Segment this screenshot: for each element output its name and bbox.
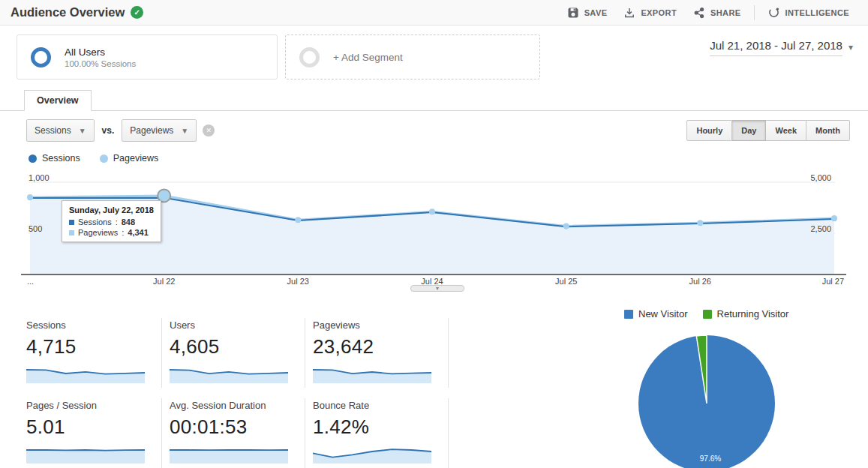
- share-icon: [693, 7, 705, 19]
- pie-legend-item-new-visitor: New Visitor: [624, 308, 688, 320]
- save-icon: [567, 7, 579, 19]
- action-button-intelligence[interactable]: INTELLIGENCE: [759, 3, 857, 22]
- metric-sparkline: [26, 444, 145, 464]
- granularity-button-hourly[interactable]: Hourly: [686, 120, 732, 141]
- date-range-text: Jul 21, 2018 - Jul 27, 2018: [710, 39, 842, 56]
- right-axis-tick-2500: 2,500: [806, 224, 831, 233]
- granularity-button-day[interactable]: Day: [732, 120, 766, 141]
- chart-drawer-handle[interactable]: ▼: [410, 285, 464, 292]
- metric-value: 1.42%: [313, 416, 436, 439]
- tooltip-date: Sunday, July 22, 2018: [69, 206, 154, 214]
- granularity-button-week[interactable]: Week: [766, 120, 806, 141]
- action-button-share[interactable]: SHARE: [685, 4, 749, 22]
- tab-divider: [0, 110, 868, 111]
- intelligence-icon: [767, 6, 780, 19]
- pageviews-data-point[interactable]: [563, 223, 569, 229]
- tooltip-sessions-label: Sessions: [78, 218, 112, 226]
- legend-dot: [100, 154, 108, 163]
- x-axis-label: ...: [27, 277, 34, 286]
- pageviews-data-point[interactable]: [27, 194, 33, 200]
- metrics-grid: Sessions4,715Users4,605Pageviews23,642Pa…: [19, 318, 449, 468]
- metric-label: Sessions: [26, 320, 149, 331]
- pageviews-data-point[interactable]: [429, 208, 435, 214]
- legend-swatch: [624, 310, 633, 319]
- add-segment-label: + Add Segment: [333, 52, 403, 63]
- metric-value: 4,715: [26, 335, 149, 358]
- audience-overview-page: Audience Overview ✓ SAVEEXPORTSHAREINTEL…: [0, 0, 868, 468]
- action-button-export[interactable]: EXPORT: [615, 4, 685, 22]
- action-label: SAVE: [584, 8, 608, 17]
- pageviews-data-point[interactable]: [831, 215, 837, 221]
- granularity-button-month[interactable]: Month: [806, 120, 850, 141]
- pageviews-data-point[interactable]: [697, 220, 703, 226]
- metric-label: Pages / Session: [26, 400, 149, 411]
- metric-card-bounce-rate[interactable]: Bounce Rate1.42%: [305, 398, 449, 468]
- export-icon: [623, 7, 635, 19]
- x-axis-label: Jul 23: [287, 277, 309, 286]
- chart-tooltip: Sunday, July 22, 2018 Sessions: 848 Page…: [62, 200, 161, 242]
- segment-subtitle: 100.00% Sessions: [65, 59, 136, 68]
- primary-metric-select[interactable]: Sessions ▼: [26, 119, 95, 142]
- legend-swatch: [703, 310, 712, 319]
- x-axis-label: Jul 27: [822, 277, 844, 286]
- metric-sparkline: [170, 364, 288, 383]
- legend-label: New Visitor: [638, 308, 688, 320]
- legend-dot: [29, 154, 37, 163]
- visitor-pie-chart[interactable]: [630, 330, 784, 468]
- vs-label: vs.: [102, 125, 115, 136]
- secondary-metric-label: Pageviews: [130, 125, 173, 136]
- action-label: EXPORT: [641, 8, 677, 17]
- legend-item-pageviews: Pageviews: [100, 153, 158, 164]
- left-axis-tick-1000: 1,000: [29, 173, 54, 182]
- segment-donut-icon: [31, 47, 51, 68]
- chart-toolbar: Sessions ▼ vs. Pageviews ▼ ✕ HourlyDayWe…: [26, 118, 850, 143]
- legend-label: Pageviews: [113, 153, 158, 164]
- page-title: Audience Overview: [11, 5, 125, 20]
- metric-value: 00:01:53: [170, 416, 293, 439]
- primary-metric-label: Sessions: [35, 125, 71, 136]
- date-range-picker[interactable]: Jul 21, 2018 - Jul 27, 2018 ▾: [710, 39, 853, 56]
- metric-sparkline: [26, 364, 145, 383]
- tooltip-pageviews-value: 4,341: [128, 228, 149, 237]
- chevron-down-icon: ▼: [181, 127, 188, 135]
- metric-card-avg-session-duration[interactable]: Avg. Session Duration00:01:53: [162, 398, 305, 468]
- header-actions: SAVEEXPORTSHAREINTELLIGENCE: [559, 3, 857, 22]
- metric-sparkline: [170, 444, 288, 464]
- legend-label: Sessions: [42, 153, 80, 164]
- chevron-down-icon: ▾: [848, 42, 853, 56]
- metric-card-pageviews[interactable]: Pageviews23,642: [305, 318, 449, 388]
- action-button-save[interactable]: SAVE: [559, 4, 616, 22]
- x-axis-label: Jul 26: [689, 277, 711, 286]
- left-axis-tick-500: 500: [29, 224, 54, 233]
- legend-item-sessions: Sessions: [29, 153, 80, 164]
- pie-slice-percent-label: 97.6%: [684, 454, 737, 463]
- remove-metric-icon[interactable]: ✕: [203, 124, 215, 136]
- metric-label: Users: [170, 320, 293, 331]
- pie-legend-item-returning-visitor: Returning Visitor: [703, 308, 789, 320]
- metric-value: 4,605: [170, 335, 293, 358]
- pie-legend: New VisitorReturning Visitor: [624, 308, 788, 320]
- metric-label: Bounce Rate: [313, 400, 436, 411]
- metric-card-users[interactable]: Users4,605: [162, 318, 305, 388]
- metric-card-pages-session[interactable]: Pages / Session5.01: [19, 398, 162, 468]
- x-axis-label: Jul 22: [153, 277, 175, 286]
- metric-card-sessions[interactable]: Sessions4,715: [19, 318, 162, 388]
- metric-sparkline: [313, 444, 431, 464]
- chevron-down-icon: ▼: [79, 127, 86, 135]
- tab-overview[interactable]: Overview: [24, 90, 92, 111]
- segment-card-all-users[interactable]: All Users 100.00% Sessions: [17, 34, 278, 80]
- secondary-metric-select[interactable]: Pageviews ▼: [122, 119, 197, 142]
- pageviews-data-point[interactable]: [295, 217, 301, 223]
- tooltip-sessions-value: 848: [122, 218, 135, 226]
- metric-label: Avg. Session Duration: [170, 400, 293, 411]
- segment-title: All Users: [65, 46, 136, 58]
- verified-shield-check-icon: ✓: [131, 6, 143, 19]
- metric-value: 5.01: [26, 416, 149, 439]
- right-axis-tick-5000: 5,000: [806, 173, 831, 182]
- action-label: INTELLIGENCE: [785, 8, 849, 17]
- tooltip-pageviews-label: Pageviews: [78, 228, 118, 237]
- legend-label: Returning Visitor: [717, 308, 789, 320]
- x-axis-label: Jul 25: [555, 277, 577, 286]
- metric-sparkline: [313, 364, 431, 383]
- add-segment-button[interactable]: + Add Segment: [285, 34, 540, 80]
